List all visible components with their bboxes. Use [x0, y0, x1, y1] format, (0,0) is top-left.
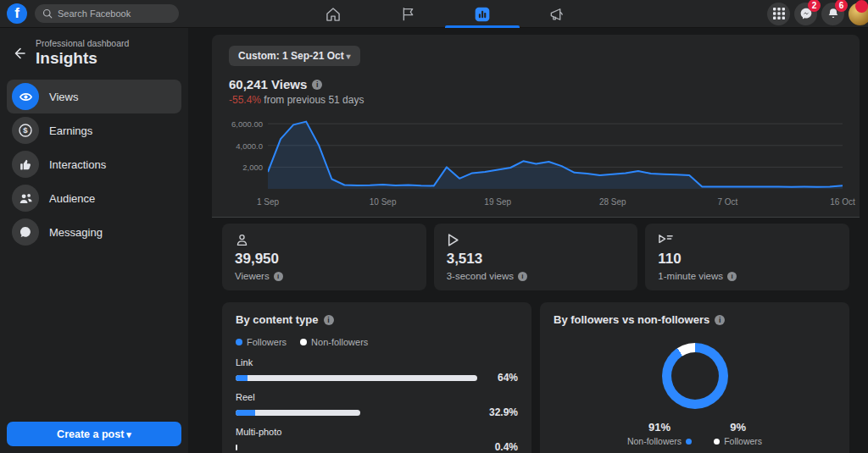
content-type-row: Link64%	[236, 357, 518, 384]
stat-value: 110	[658, 251, 837, 268]
non-followers-legend: 91% Non-followers	[627, 421, 692, 446]
info-icon[interactable]: i	[312, 80, 322, 90]
info-icon[interactable]: i	[274, 272, 283, 281]
flag-icon	[400, 6, 416, 22]
bar-category-label: Link	[236, 357, 518, 367]
bar[interactable]	[236, 445, 237, 450]
stat-card-3-second-views[interactable]: 3,513 3-second viewsi	[434, 224, 638, 290]
dashboard-eyebrow: Professional dashboard	[36, 38, 129, 48]
x-tick-label: 1 Sep	[257, 197, 279, 207]
nav-tab-pages[interactable]	[370, 0, 445, 28]
person-icon	[235, 233, 414, 248]
content-type-row: Reel32.9%	[236, 392, 518, 418]
y-axis-labels: 2,0004,000.06,000.00	[229, 114, 263, 192]
stat-card-1-minute-views[interactable]: 110 1-minute viewsi	[645, 224, 849, 290]
views-chart-card: Custom: 1 Sep-21 Oct 60,241 Views i -55.…	[212, 35, 860, 218]
sidebar-item-label: Interactions	[49, 158, 106, 171]
followers-split-panel: By followers vs non-followers i 91% Non-…	[540, 302, 849, 453]
non-followers-dot	[686, 439, 692, 445]
search-input[interactable]	[58, 8, 171, 19]
info-icon[interactable]: i	[518, 272, 527, 281]
bar-value-label: 64%	[477, 372, 518, 384]
stat-card-viewers[interactable]: 39,950 Viewersi	[222, 224, 426, 290]
play-list-icon	[658, 233, 837, 248]
profile-badge	[855, 0, 868, 13]
dollar-icon: $	[12, 117, 39, 144]
sidebar-item-label: Earnings	[49, 124, 92, 137]
followers-pct: 9%	[714, 421, 762, 434]
views-total: 60,241 Views	[229, 77, 307, 91]
y-tick-label: 4,000.0	[236, 141, 263, 150]
info-icon[interactable]: i	[727, 272, 737, 281]
insights-chart-icon	[474, 6, 491, 23]
sidebar-item-audience[interactable]: Audience	[7, 181, 181, 215]
breakdown-row: By content type i Followers Non-follower…	[222, 302, 849, 453]
stat-label: Viewers	[235, 271, 270, 281]
x-axis-labels: 1 Sep10 Sep19 Sep28 Sep7 Oct16 Oct	[268, 195, 843, 210]
stat-label: 1-minute views	[658, 271, 723, 281]
views-line-chart[interactable]: 2,0004,000.06,000.00 1 Sep10 Sep19 Sep28…	[229, 114, 843, 210]
nav-tab-ads[interactable]	[520, 0, 594, 28]
delta-caption: from previous 51 days	[261, 94, 364, 106]
nav-tab-insights[interactable]	[445, 0, 520, 28]
bar[interactable]	[236, 410, 360, 416]
panel-title-text: By content type	[236, 313, 319, 326]
home-icon	[325, 6, 342, 23]
non-followers-pct: 91%	[627, 421, 692, 434]
facebook-logo[interactable]: f	[7, 3, 27, 24]
notifications-badge: 6	[835, 0, 848, 12]
line-plot-area[interactable]	[268, 114, 843, 192]
megaphone-icon	[548, 6, 565, 23]
notifications-button[interactable]: 6	[821, 3, 844, 25]
sidebar-item-views[interactable]: Views	[7, 80, 181, 113]
bar[interactable]	[236, 375, 477, 381]
create-post-button[interactable]: Create a post	[7, 422, 181, 446]
sidebar-item-earnings[interactable]: $ Earnings	[7, 113, 181, 147]
profile-avatar[interactable]	[849, 3, 868, 25]
y-tick-label: 6,000.00	[231, 119, 263, 129]
insights-main: Custom: 1 Sep-21 Oct 60,241 Views i -55.…	[188, 28, 868, 453]
views-delta: -55.4% from previous 51 days	[229, 94, 843, 106]
followers-donut-chart[interactable]	[662, 343, 728, 409]
info-icon[interactable]: i	[324, 315, 334, 325]
eye-icon	[12, 83, 39, 110]
info-icon[interactable]: i	[715, 315, 725, 325]
messenger-badge: 2	[808, 0, 821, 12]
sidebar-item-messaging[interactable]: Messaging	[7, 215, 181, 249]
followers-legend: 9% Followers	[714, 421, 762, 446]
bar-followers-segment	[236, 410, 255, 416]
search-box[interactable]	[35, 4, 179, 23]
sidebar-item-label: Audience	[49, 192, 95, 205]
x-tick-label: 28 Sep	[599, 197, 626, 207]
bar-value-label: 0.4%	[477, 441, 518, 453]
non-followers-legend-dot	[300, 339, 307, 345]
y-tick-label: 2,000	[242, 163, 263, 172]
stat-value: 39,950	[235, 251, 414, 268]
date-range-filter[interactable]: Custom: 1 Sep-21 Oct	[229, 46, 360, 66]
x-tick-label: 7 Oct	[717, 197, 737, 207]
legend-label: Followers	[247, 337, 287, 347]
grid-icon	[773, 8, 785, 19]
panel-title-text: By followers vs non-followers	[554, 313, 709, 326]
followers-dot	[714, 439, 720, 445]
thumbs-up-icon	[12, 151, 39, 178]
sidebar-item-label: Views	[49, 91, 78, 103]
x-tick-label: 10 Sep	[370, 197, 397, 207]
stat-cards-row: 39,950 Viewersi 3,513 3-second viewsi 11…	[222, 224, 849, 290]
content-type-row: Multi-photo0.4%	[236, 427, 518, 453]
content-type-bars: Link64%Reel32.9%Multi-photo0.4%Photo0.4%	[236, 357, 518, 453]
chat-bubble-icon	[12, 218, 39, 246]
back-arrow-icon[interactable]	[12, 47, 25, 60]
non-followers-label: Non-followers	[627, 436, 682, 446]
apps-menu-button[interactable]	[767, 3, 790, 25]
messenger-button[interactable]: 2	[794, 3, 817, 25]
donut-legend: 91% Non-followers 9% Followers	[627, 421, 762, 446]
content-type-panel: By content type i Followers Non-follower…	[222, 302, 531, 453]
sidebar-item-interactions[interactable]: Interactions	[7, 147, 181, 181]
topbar-actions: 2 6	[767, 3, 861, 25]
svg-text:$: $	[23, 125, 28, 135]
bar-value-label: 32.9%	[477, 406, 518, 418]
content-type-legend: Followers Non-followers	[236, 337, 518, 347]
followers-legend-dot	[236, 339, 242, 345]
nav-tab-home[interactable]	[296, 0, 370, 28]
